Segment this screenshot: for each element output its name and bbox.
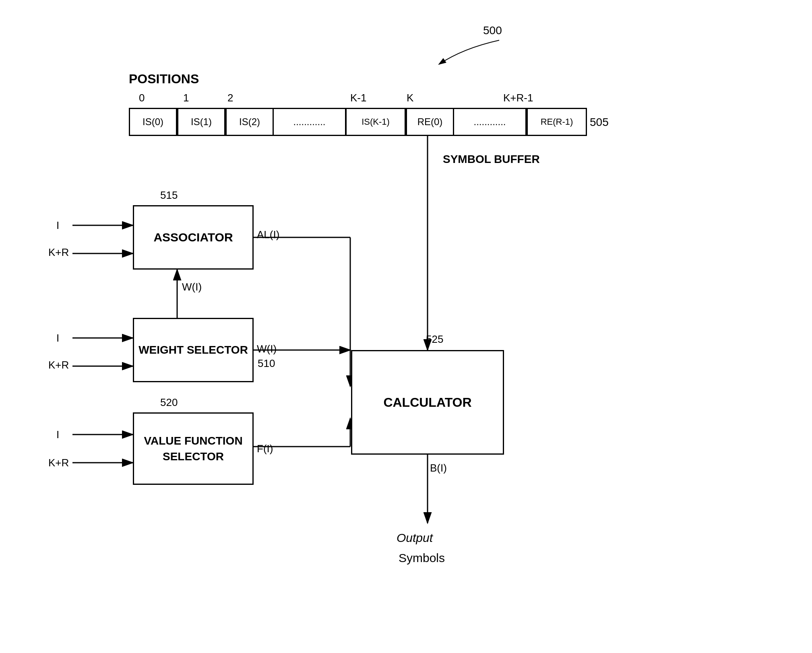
input-i-weight: I: [56, 332, 59, 344]
ref-520: 520: [160, 396, 178, 409]
associator-box: ASSOCIATOR: [133, 205, 254, 270]
figure-ref-500: 500: [483, 24, 502, 37]
pos-2: 2: [227, 92, 233, 104]
calculator-box: CALCULATOR: [351, 350, 504, 455]
f-i-label: F(I): [257, 443, 273, 455]
pos-km1: K-1: [350, 92, 366, 104]
input-kpr-weight: K+R: [48, 359, 69, 371]
pos-0: 0: [139, 92, 145, 104]
ref-505: 505: [590, 116, 609, 129]
positions-label: POSITIONS: [129, 72, 199, 87]
pos-k: K: [407, 92, 413, 104]
symbol-buffer-label: SYMBOL BUFFER: [443, 153, 540, 166]
buffer-cell-dots2: ............: [454, 108, 527, 136]
pos-kpr-1: K+R-1: [503, 92, 533, 104]
ref-525: 525: [426, 333, 443, 346]
pos-1: 1: [183, 92, 189, 104]
buffer-cell-iskm1: IS(K-1): [345, 108, 406, 136]
b-i-label: B(I): [430, 462, 447, 474]
diagram: 500 POSITIONS 0 1 2 K-1 K K+R-1 IS(0) IS…: [0, 0, 812, 653]
al-i-label: AL(I): [257, 229, 279, 241]
input-i-associator: I: [56, 219, 59, 232]
weight-selector-box: WEIGHT SELECTOR: [133, 318, 254, 382]
buffer-cell-rerm1: RE(R-1): [527, 108, 587, 136]
ref-515: 515: [160, 189, 178, 202]
w-i-up-label: W(I): [182, 281, 202, 293]
buffer-cell-is2: IS(2): [225, 108, 274, 136]
value-function-box: VALUE FUNCTION SELECTOR: [133, 412, 254, 485]
buffer-cell-is1: IS(1): [177, 108, 225, 136]
input-i-value: I: [56, 428, 59, 441]
buffer-cell-dots1: ............: [274, 108, 346, 136]
output-text: Output: [397, 531, 433, 544]
ref-510: 510: [258, 357, 275, 370]
input-kpr-value: K+R: [48, 457, 69, 469]
buffer-cell-re0: RE(0): [406, 108, 454, 136]
symbols-label: Symbols: [399, 551, 445, 565]
buffer-cell-is0: IS(0): [129, 108, 177, 136]
input-kpr-associator: K+R: [48, 246, 69, 259]
output-label: Output: [397, 531, 433, 545]
w-i-out-label: W(I): [257, 343, 277, 355]
